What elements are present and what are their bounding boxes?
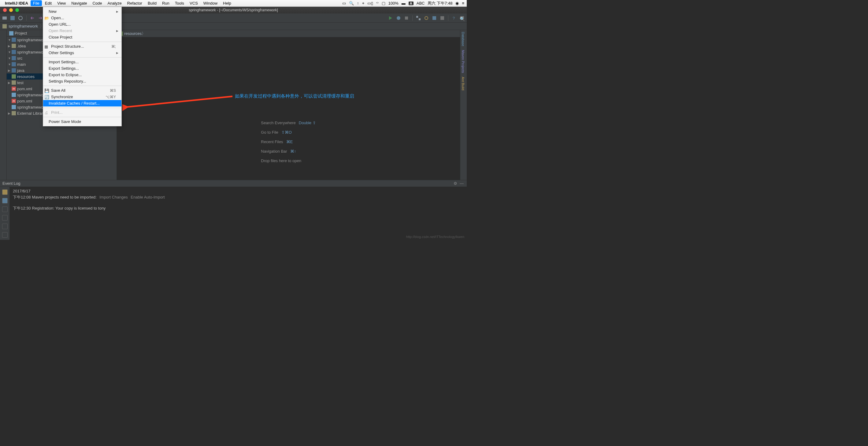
help-icon[interactable]: ? <box>452 15 457 21</box>
upload-icon[interactable]: ↑ <box>357 1 359 5</box>
menu-open-recent[interactable]: Open Recent <box>43 28 121 34</box>
svg-rect-1 <box>10 16 15 20</box>
search-icon[interactable]: 🔍 <box>460 17 465 22</box>
bluetooth-icon[interactable]: ⌖ <box>362 1 364 6</box>
maven-tool-button[interactable]: Maven Projects <box>460 48 466 75</box>
welcome-shortcut: Double ⇧ <box>299 121 316 125</box>
menu-power-save[interactable]: Power Save Mode <box>43 118 121 125</box>
structure-icon: ▦ <box>44 44 49 49</box>
svg-line-13 <box>126 96 232 107</box>
mark-icon[interactable] <box>2 224 8 229</box>
minimize-panel-icon[interactable]: — <box>460 181 464 186</box>
input-source-icon[interactable]: A <box>409 2 413 5</box>
menu-close-project[interactable]: Close Project <box>43 34 121 40</box>
welcome-shortcut: ⌘↑ <box>290 149 297 154</box>
event-log-entry: 下午12:30Registration: Your copy is licens… <box>13 206 464 211</box>
menu-refactor[interactable]: Refactor <box>125 0 145 6</box>
menu-new[interactable]: New <box>43 8 121 15</box>
redo-icon[interactable] <box>38 15 43 21</box>
battery-icon[interactable]: ▬ <box>402 1 406 5</box>
structure-icon[interactable] <box>416 15 421 21</box>
menu-open-url[interactable]: Open URL... <box>43 21 121 28</box>
save-icon[interactable] <box>10 15 15 21</box>
stop-icon[interactable] <box>404 15 409 21</box>
menu-invalidate-caches[interactable]: Invalidate Caches / Restart... <box>43 100 121 107</box>
menu-help[interactable]: Help <box>220 0 234 6</box>
trash-icon[interactable] <box>2 232 8 238</box>
settings-icon[interactable] <box>424 15 429 21</box>
svg-rect-9 <box>432 16 436 20</box>
menu-view[interactable]: View <box>55 0 68 6</box>
annotation-text: 如果在开发过程中遇到各种意外，可以尝试清理缓存和重启 <box>235 93 354 99</box>
menu-file[interactable]: File <box>31 0 42 6</box>
info-icon[interactable] <box>2 198 8 203</box>
sdk-icon[interactable] <box>432 15 437 21</box>
menu-vcs[interactable]: VCS <box>187 0 200 6</box>
annotation-arrow <box>122 93 236 112</box>
event-log-output: 2017/6/17 下午12:08Maven projects need to … <box>10 187 467 240</box>
svg-rect-0 <box>2 17 7 20</box>
scroll-icon[interactable] <box>2 215 8 220</box>
menu-code[interactable]: Code <box>90 0 104 6</box>
notification-center-icon[interactable]: ≡ <box>462 1 464 5</box>
airplay-icon[interactable]: ▭ <box>342 1 346 5</box>
menu-project-structure[interactable]: ▦Project Structure...⌘; <box>43 43 121 50</box>
menu-open[interactable]: 📂Open... <box>43 15 121 21</box>
event-log-header[interactable]: Event Log ⚙ — <box>0 180 467 187</box>
welcome-label: Recent Files <box>261 140 283 144</box>
welcome-label: Go to File <box>261 130 278 135</box>
gear-icon[interactable]: ⚙ <box>454 181 457 186</box>
event-log-link[interactable]: Import Changes <box>99 195 128 200</box>
undo-icon[interactable] <box>30 15 35 21</box>
welcome-shortcut: ⇧⌘O <box>281 130 292 135</box>
refresh-icon[interactable] <box>18 15 23 21</box>
battery-icon-outline[interactable]: ▭▯ <box>367 1 373 5</box>
editor-breadcrumb[interactable]: resources〉 <box>117 30 460 37</box>
svg-text:?: ? <box>453 16 455 21</box>
battery-percent: 100% <box>389 1 399 5</box>
menu-other-settings[interactable]: Other Settings <box>43 50 121 56</box>
welcome-label: Navigation Bar <box>261 149 287 154</box>
printer-icon: 🖨 <box>44 111 49 115</box>
filter-icon[interactable] <box>2 206 8 212</box>
balloon-icon[interactable] <box>2 189 8 195</box>
breadcrumb-item: springframework <box>1 24 39 28</box>
menu-print[interactable]: 🖨Print... <box>43 109 121 116</box>
siri-icon[interactable]: ◉ <box>456 1 459 5</box>
clock[interactable]: 周六 下午7:48 <box>428 1 452 6</box>
menu-export-eclipse[interactable]: Export to Eclipse... <box>43 71 121 78</box>
menu-build[interactable]: Build <box>145 0 159 6</box>
database-tool-button[interactable]: Database <box>460 30 466 48</box>
menu-window[interactable]: Window <box>201 0 220 6</box>
menu-import-settings[interactable]: Import Settings... <box>43 59 121 65</box>
profile-icon[interactable] <box>439 15 445 21</box>
open-icon[interactable] <box>2 15 7 21</box>
menu-run[interactable]: Run <box>160 0 172 6</box>
macos-menubar: IntelliJ IDEA File Edit View Navigate Co… <box>0 0 467 7</box>
menu-tools[interactable]: Tools <box>173 0 187 6</box>
event-log-date: 2017/6/17 <box>13 189 464 193</box>
right-tool-strip: Database Maven Projects Ant Build <box>460 30 467 180</box>
debug-icon[interactable] <box>396 15 401 21</box>
menu-analyze[interactable]: Analyze <box>105 0 124 6</box>
display-icon[interactable]: ▢ <box>382 1 385 5</box>
app-name[interactable]: IntelliJ IDEA <box>5 1 28 5</box>
project-tool-label: Project <box>15 31 27 35</box>
svg-rect-7 <box>419 18 421 20</box>
menu-settings-repository[interactable]: Settings Repository... <box>43 78 121 84</box>
menu-edit[interactable]: Edit <box>42 0 54 6</box>
event-log-link[interactable]: Enable Auto-Import <box>131 195 164 200</box>
run-icon[interactable] <box>388 15 393 21</box>
menu-save-all[interactable]: 💾Save All⌘S <box>43 87 121 94</box>
folder-open-icon: 📂 <box>44 16 49 20</box>
wifi-icon[interactable]: ⌔ <box>376 1 379 5</box>
spotlight-icon[interactable]: 🔍 <box>349 1 354 5</box>
menu-navigate[interactable]: Navigate <box>69 0 89 6</box>
sync-icon: 🔄 <box>44 95 49 99</box>
file-menu-dropdown: New 📂Open... Open URL... Open Recent Clo… <box>43 7 122 126</box>
svg-point-4 <box>397 16 400 20</box>
ant-tool-button[interactable]: Ant Build <box>460 75 466 92</box>
menu-export-settings[interactable]: Export Settings... <box>43 65 121 71</box>
welcome-label: Drop files here to open <box>261 158 301 163</box>
menu-synchronize[interactable]: 🔄Synchronize⌥⌘Y <box>43 94 121 100</box>
